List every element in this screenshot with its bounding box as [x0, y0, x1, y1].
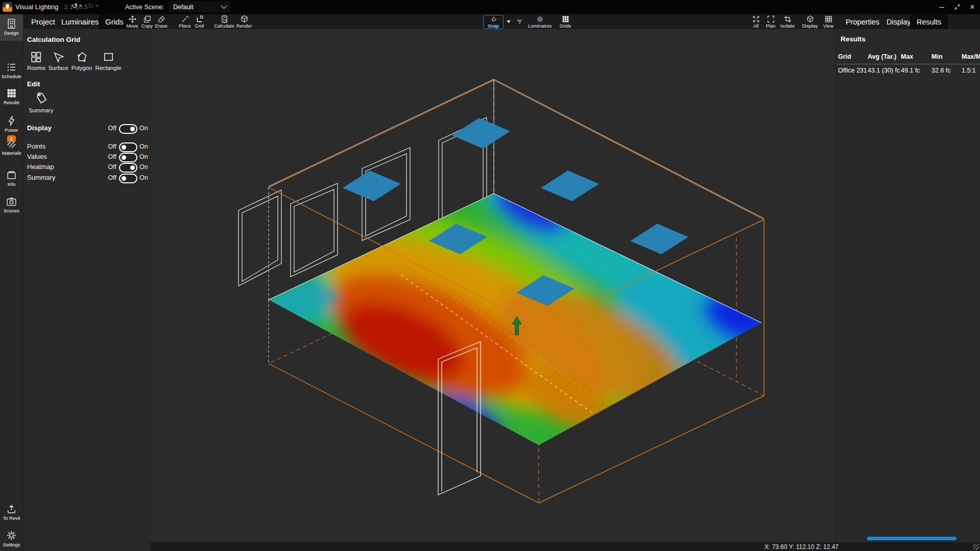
active-scene-dropdown[interactable]: Default [169, 2, 230, 12]
sidebar-item-materials[interactable]: 1 Materials [0, 138, 23, 156]
viewport-3d[interactable] [151, 29, 836, 542]
luminaire [630, 224, 688, 254]
snap-magnet-icon [490, 16, 497, 23]
col-maxmin[interactable]: Max/Min [962, 53, 980, 60]
cursor-coordinates: X: 73.60 Y: 112.10 Z: 12.47 [764, 543, 839, 550]
luminaires-filter-button[interactable]: Luminaires [527, 15, 553, 29]
snap-dropdown-icon[interactable] [507, 20, 511, 23]
active-scene-label: Active Scene: [125, 4, 164, 11]
expand-all-icon [752, 15, 760, 23]
restore-button[interactable] [949, 0, 965, 14]
calculation-grid-panel: Calculation Grid Rooms Surface Polygon R… [23, 29, 151, 551]
grids-icon [561, 15, 570, 23]
filter-lines-icon [515, 17, 524, 26]
app-title: Visual Lighting [15, 3, 58, 11]
sidebar-item-results[interactable]: Results [0, 87, 23, 105]
luminaire [541, 171, 599, 201]
results-grid-icon [6, 87, 17, 99]
polygon-tool-button[interactable]: Polygon [70, 51, 94, 71]
sidebar-item-design[interactable]: Design [0, 14, 23, 41]
isolate-button[interactable]: Isolate [778, 15, 797, 29]
erase-button[interactable]: Erase [152, 15, 171, 29]
app-logo-icon [3, 2, 12, 12]
display-header: Display [27, 124, 52, 132]
render-button[interactable]: Render [235, 15, 253, 29]
scene-3d [151, 29, 836, 542]
results-panel: Results Grid Avg (Tar.) Max Min Max/Min … [836, 29, 980, 542]
illuminance-heatmap [238, 154, 821, 461]
rectangle-icon [102, 51, 115, 63]
place-icon [181, 15, 189, 23]
grid-button[interactable]: Grid [190, 15, 208, 29]
sidebar-item-settings[interactable]: Settings [0, 530, 23, 547]
calculate-button[interactable]: Calculate [213, 15, 235, 29]
points-row: Points Off On [23, 142, 151, 152]
sidebar-item-to-revit[interactable]: To Revit [0, 503, 23, 521]
col-max[interactable]: Max [901, 53, 931, 60]
results-title: Results [841, 35, 866, 43]
summary-tool-button[interactable]: Summary [27, 91, 55, 113]
left-sidebar: Design Schedule Results Power 1 Material… [0, 14, 23, 551]
col-min[interactable]: Min [931, 53, 962, 60]
results-table-row[interactable]: Office 231 43.1 (30) fc 49.1 fc 32.6 fc … [838, 67, 980, 74]
active-scene-value: Default [173, 4, 194, 11]
col-grid[interactable]: Grid [838, 53, 868, 60]
summary-row: Summary Off On [23, 174, 151, 183]
col-avg[interactable]: Avg (Tar.) [868, 53, 901, 60]
snap-button[interactable]: Snap [483, 15, 504, 29]
rooms-tool-button[interactable]: Rooms [26, 51, 47, 71]
minimize-button[interactable] [934, 0, 949, 14]
calculate-icon [220, 15, 229, 23]
luminaire [452, 118, 510, 149]
erase-icon [157, 15, 166, 23]
plan-view-button[interactable]: Plan [762, 15, 779, 29]
move-icon [128, 15, 137, 23]
heatmap-toggle[interactable] [119, 163, 137, 173]
chevron-down-icon [221, 3, 227, 9]
upload-icon [6, 503, 17, 515]
display-mode-button[interactable]: Display [800, 15, 820, 29]
sidebar-item-info[interactable]: Info [0, 169, 23, 187]
lightning-icon [6, 115, 17, 127]
gear-icon [6, 530, 17, 541]
sidebar-item-schedule[interactable]: Schedule [0, 61, 23, 79]
status-bar: X: 73.60 Y: 112.10 Z: 12.47 [151, 542, 980, 551]
results-horizontal-scrollbar[interactable] [867, 537, 957, 540]
values-row: Values Off On [23, 153, 151, 162]
values-toggle[interactable] [119, 153, 137, 162]
visual-lighting-app: Visual Lighting 3.1.10.5 ↺ ↻ Active Scen… [0, 0, 980, 551]
sidebar-item-scenes[interactable]: Scenes [0, 196, 23, 213]
filter-button[interactable] [513, 17, 525, 26]
results-table-header: Grid Avg (Tar.) Max Min Max/Min [838, 53, 980, 60]
sidebar-item-power[interactable]: Power [0, 115, 23, 133]
copy-icon [143, 15, 152, 23]
view-button[interactable]: View [821, 15, 836, 29]
undo-dropdown-icon[interactable] [79, 5, 82, 7]
tab-properties[interactable]: Properties [839, 14, 886, 29]
plan-brackets-icon [767, 15, 775, 23]
redo-button[interactable]: ↻ [88, 2, 99, 10]
luminaire [343, 171, 401, 201]
tab-luminaires[interactable]: Luminaires [55, 14, 105, 29]
display-toggle[interactable] [119, 124, 137, 134]
rectangle-tool-button[interactable]: Rectangle [94, 51, 123, 71]
grids-filter-button[interactable]: Grids [556, 15, 575, 29]
display-cube-icon [806, 15, 815, 23]
edit-header: Edit [27, 80, 40, 88]
zoom-all-button[interactable]: All [748, 15, 763, 29]
materials-badge: 1 [7, 135, 16, 142]
calculation-grid-header: Calculation Grid [27, 36, 80, 43]
surface-tool-button[interactable]: Surface [47, 51, 70, 71]
summary-toggle[interactable] [119, 174, 137, 183]
undo-button[interactable]: ↺ [71, 2, 82, 10]
tag-icon [34, 91, 48, 106]
close-button[interactable]: × [965, 0, 980, 14]
polygon-icon [76, 51, 88, 63]
isolate-crop-icon [783, 15, 792, 23]
list-icon [6, 61, 17, 73]
display-master-row: Display Off On [23, 124, 151, 133]
header-divider [836, 64, 980, 64]
points-toggle[interactable] [119, 142, 137, 152]
resize-grip[interactable] [973, 544, 979, 550]
tab-results[interactable]: Results [910, 14, 948, 29]
